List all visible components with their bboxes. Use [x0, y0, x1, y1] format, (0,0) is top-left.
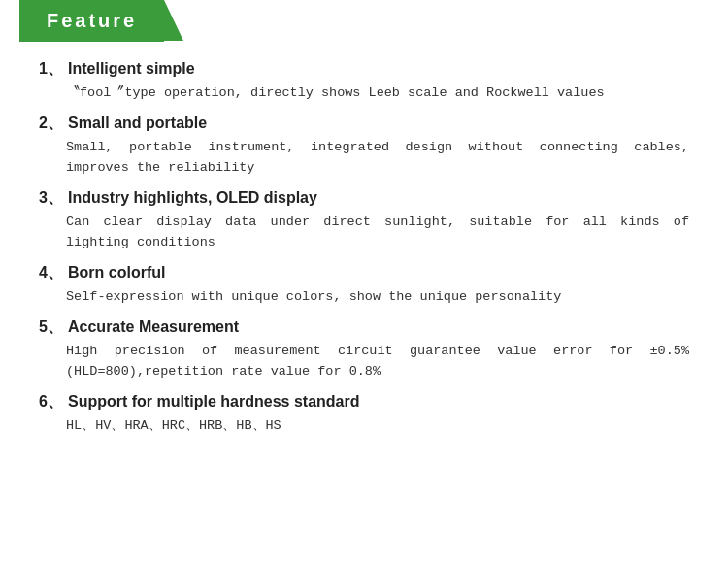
- feature-heading: 2、Small and portable: [39, 114, 689, 134]
- feature-item: 4、Born colorfulSelf-expression with uniq…: [39, 263, 689, 308]
- feature-item: 5、Accurate MeasurementHigh precision of …: [39, 317, 689, 382]
- feature-title: Small and portable: [68, 115, 207, 132]
- feature-title: Industry highlights, OLED display: [68, 189, 317, 207]
- content-area: 1、Intelligent simple〝fool〞type operation…: [0, 42, 728, 465]
- header-section: Feature: [0, 0, 728, 42]
- feature-title: Intelligent simple: [68, 60, 195, 78]
- feature-number: 1、: [39, 59, 66, 80]
- feature-heading: 1、Intelligent simple: [39, 59, 689, 80]
- feature-title: Born colorful: [68, 264, 165, 281]
- feature-description: HL、HV、HRA、HRC、HRB、HB、HS: [39, 415, 689, 437]
- feature-item: 2、Small and portableSmall, portable inst…: [39, 114, 689, 179]
- feature-title: Accurate Measurement: [68, 318, 239, 336]
- feature-description: 〝fool〞type operation, directly shows Lee…: [39, 83, 689, 104]
- page-container: Feature 1、Intelligent simple〝fool〞type o…: [0, 0, 728, 562]
- feature-item: 1、Intelligent simple〝fool〞type operation…: [39, 59, 689, 104]
- feature-description: Can clear display data under direct sunl…: [39, 212, 689, 253]
- feature-description: Small, portable instrument, integrated d…: [39, 137, 689, 179]
- feature-item: 3、Industry highlights, OLED displayCan c…: [39, 188, 689, 253]
- feature-number: 3、: [39, 188, 66, 209]
- feature-heading: 5、Accurate Measurement: [39, 317, 689, 338]
- feature-number: 2、: [39, 114, 66, 134]
- feature-number: 4、: [39, 263, 66, 283]
- feature-heading: 3、Industry highlights, OLED display: [39, 188, 689, 209]
- header-bar: Feature: [19, 0, 164, 42]
- feature-title: Support for multiple hardness standard: [68, 393, 359, 411]
- feature-heading: 6、Support for multiple hardness standard: [39, 392, 689, 413]
- feature-number: 5、: [39, 317, 66, 338]
- feature-description: Self-expression with unique colors, show…: [39, 286, 689, 308]
- header-title: Feature: [47, 10, 137, 31]
- feature-description: High precision of measurement circuit gu…: [39, 341, 689, 382]
- feature-heading: 4、Born colorful: [39, 263, 689, 283]
- feature-item: 6、Support for multiple hardness standard…: [39, 392, 689, 437]
- feature-number: 6、: [39, 392, 66, 413]
